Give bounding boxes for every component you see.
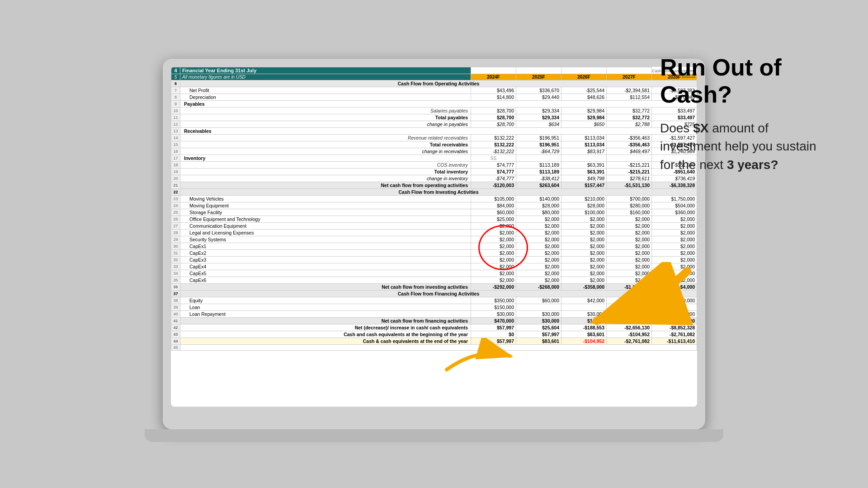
moving-equipment-label: Moving Equipment xyxy=(180,202,471,209)
capex4-row: 33 CapEx4 $2,000 $2,000 $2,000 $2,000 $2… xyxy=(171,263,697,270)
capex3-label: CapEx3 xyxy=(180,257,471,263)
net-cash-investing-row: 36 Net cash flow from investing activiti… xyxy=(171,284,697,291)
cash-beginning-row: 43 Cash and cash equivalents at the begi… xyxy=(171,331,697,338)
depreciation-row: 8 Depreciation $14,800 $29,440 $48,626 $… xyxy=(171,94,697,101)
row-num-6: 6 xyxy=(171,80,180,87)
operating-section-label: Cash Flow from Operating Activities xyxy=(180,80,697,87)
capex5-label: CapEx5 xyxy=(180,270,471,277)
office-equipment-row: 26 Office Equipment and Technology $25,0… xyxy=(171,216,697,223)
change-payables-label: change in payables xyxy=(180,121,471,128)
investment-text: Does $X amount of investment help you su… xyxy=(660,119,832,174)
investing-header-row: 22 Cash Flow from Investing Activities xyxy=(171,189,697,196)
capex2-label: CapEx2 xyxy=(180,250,471,257)
change-inventory-label: change in inventory xyxy=(180,175,471,182)
cash-beginning-label: Cash and cash equivalents at the beginni… xyxy=(180,331,471,338)
office-equipment-label: Office Equipment and Technology xyxy=(180,216,471,223)
financing-header-row: 37 Cash Flow from Financing Activities xyxy=(171,291,697,297)
spreadsheet: Cash Flow Assumptions Back to 4 Financia… xyxy=(171,67,697,407)
total-payables-row: 11 Total payables $28,700 $29,334 $29,98… xyxy=(171,114,697,121)
equity-label: Equity xyxy=(180,297,471,304)
year-2024: 2024F xyxy=(471,74,516,80)
capex1-label: CapEx1 xyxy=(180,243,471,250)
revenue-receivables-label: Revenue related receivables xyxy=(180,135,471,141)
storage-facility-label: Storage Facility xyxy=(180,209,471,216)
total-inventory-row: 19 Total inventory $74,777 $113,189 $63,… xyxy=(171,169,697,175)
capex5-row: 34 CapEx5 $2,000 $2,000 $2,000 $2,000 $2… xyxy=(171,270,697,277)
blank-row: 45 xyxy=(171,345,697,351)
storage-facility-row: 25 Storage Facility $60,000 $80,000 $100… xyxy=(171,209,697,216)
subtitle-row: 5 All monetary figures are in USD 2024F … xyxy=(171,74,697,80)
payables-label: Payables xyxy=(180,101,697,108)
net-profit-2025: $336,670 xyxy=(516,87,561,94)
laptop-base xyxy=(145,429,723,442)
row-num-5: 5 xyxy=(171,74,180,80)
loan-repayment-row: 40 Loan Repayment $30,000 $30,000 $30,00… xyxy=(171,311,697,318)
net-profit-row: 7 Net Profit $43,496 $336,670 -$25,544 -… xyxy=(171,87,697,94)
moving-equipment-row: 24 Moving Equipment $84,000 $28,000 $28,… xyxy=(171,202,697,209)
financing-section-label: Cash Flow from Financing Activities xyxy=(180,291,697,297)
year-2026: 2026F xyxy=(561,74,607,80)
loan-label: Loan xyxy=(180,304,471,311)
net-decrease-label: Net (decrease)/ increase in cash/ cash e… xyxy=(180,324,471,331)
net-profit-2026: -$25,544 xyxy=(561,87,607,94)
cash-end-label: Cash & cash equivalents at the end of th… xyxy=(180,338,471,345)
net-cash-financing-label: Net cash flow from financing activities xyxy=(180,318,471,324)
net-decrease-row: 42 Net (decrease)/ increase in cash/ cas… xyxy=(171,324,697,331)
inventory-header-row: 17 Inventory SS xyxy=(171,155,697,162)
laptop-frame: Cash Flow Assumptions Back to 4 Financia… xyxy=(163,59,705,429)
change-payables-row: 12 change in payables $28,700 $634 $650 … xyxy=(171,121,697,128)
subtitle-cell: All monetary figures are in USD xyxy=(180,74,471,80)
net-cash-operating-row: 21 Net cash flow from operating activiti… xyxy=(171,182,697,189)
title-row: 4 Financial Year Ending 31st July xyxy=(171,67,697,74)
laptop-screen: Cash Flow Assumptions Back to 4 Financia… xyxy=(171,67,697,407)
run-out-heading: Run Out of Cash? xyxy=(660,54,832,108)
net-profit-2027: -$2,394,581 xyxy=(607,87,652,94)
equity-row: 38 Equity $350,000 $60,000 $42,000 $0 $1… xyxy=(171,297,697,304)
change-inventory-row: 20 change in inventory -$74,777 -$38,412… xyxy=(171,175,697,182)
ss-label: SS xyxy=(471,155,516,162)
capex4-label: CapEx4 xyxy=(180,263,471,270)
capex6-label: CapEx6 xyxy=(180,277,471,284)
revenue-receivables-row: 14 Revenue related receivables $132,222 … xyxy=(171,135,697,141)
total-receivables-label: Total receivables xyxy=(180,141,471,148)
capex2-row: 31 CapEx2 $2,000 $2,000 $2,000 $2,000 $2… xyxy=(171,250,697,257)
year-2027: 2027F xyxy=(607,74,652,80)
moving-vehicles-label: Moving Vehicles xyxy=(180,196,471,202)
investing-section-label: Cash Flow from Investing Activities xyxy=(180,189,697,196)
receivables-label: Receivables xyxy=(180,128,697,135)
comm-equipment-label: Communication Equipment xyxy=(180,223,471,230)
net-profit-2024: $43,496 xyxy=(471,87,516,94)
cos-inventory-label: COS inventory xyxy=(180,162,471,169)
legal-licensing-row: 28 Legal and Licensing Expenses $2,000 $… xyxy=(171,230,697,236)
inventory-label: Inventory xyxy=(180,155,471,162)
total-payables-label: Total payables xyxy=(180,114,471,121)
title-cell: Financial Year Ending 31st July xyxy=(180,67,471,74)
change-receivables-label: change in receivables xyxy=(180,148,471,155)
security-systems-row: 29 Security Systems $2,000 $2,000 $2,000… xyxy=(171,236,697,243)
total-receivables-row: 15 Total receivables $132,222 $196,951 $… xyxy=(171,141,697,148)
receivables-header-row: 13 Receivables xyxy=(171,128,697,135)
right-panel: Run Out of Cash? Does $X amount of inves… xyxy=(660,54,832,174)
payables-header-row: 9 Payables xyxy=(171,101,697,108)
moving-vehicles-row: 23 Moving Vehicles $105,000 $140,000 $21… xyxy=(171,196,697,202)
net-profit-label: Net Profit xyxy=(180,87,471,94)
loan-row: 39 Loan $150,000 xyxy=(171,304,697,311)
net-cash-investing-label: Net cash flow from investing activities xyxy=(180,284,471,291)
net-cash-financing-row: 41 Net cash flow from financing activiti… xyxy=(171,318,697,324)
cash-end-row: 44 Cash & cash equivalents at the end of… xyxy=(171,338,697,345)
salaries-payable-row: 10 Salaries payables $28,700 $29,334 $29… xyxy=(171,108,697,114)
capex6-row: 35 CapEx6 $2,000 $2,000 $2,000 $2,000 $2… xyxy=(171,277,697,284)
capex1-row: 30 CapEx1 $2,000 $2,000 $2,000 $2,000 $2… xyxy=(171,243,697,250)
legal-licensing-label: Legal and Licensing Expenses xyxy=(180,230,471,236)
main-table: 4 Financial Year Ending 31st July 5 All … xyxy=(171,67,697,351)
cos-inventory-row: 18 COS inventory $74,777 $113,189 $63,39… xyxy=(171,162,697,169)
row-num-4: 4 xyxy=(171,67,180,74)
year-2025: 2025F xyxy=(516,74,561,80)
operating-header-row: 6 Cash Flow from Operating Activities xyxy=(171,80,697,87)
salaries-payable-label: Salaries payables xyxy=(180,108,471,114)
comm-equipment-row: 27 Communication Equipment $2,000 $2,000… xyxy=(171,223,697,230)
change-receivables-row: 16 change in receivables -$132,222 -$64,… xyxy=(171,148,697,155)
capex3-row: 32 CapEx3 $2,000 $2,000 $2,000 $2,000 $2… xyxy=(171,257,697,263)
total-inventory-label: Total inventory xyxy=(180,169,471,175)
net-cash-operating-label: Net cash flow from operating activities xyxy=(180,182,471,189)
